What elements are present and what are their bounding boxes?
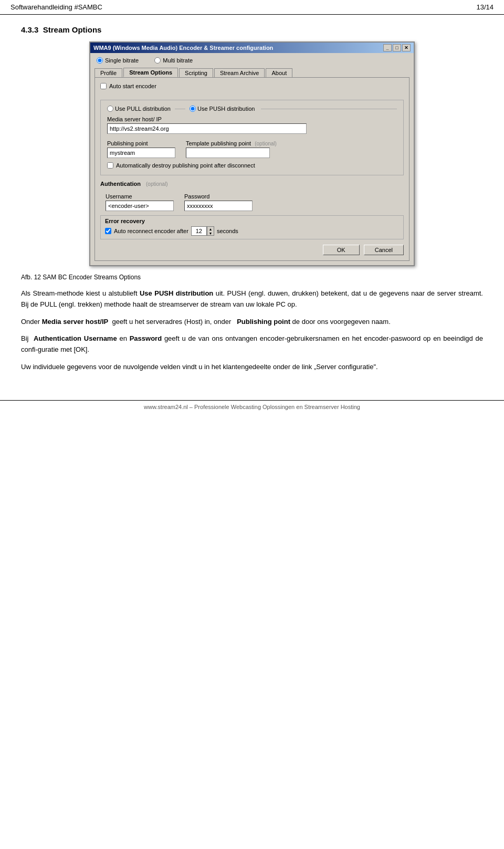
- figure-caption: Afb. 12 SAM BC Encoder Streams Options: [21, 274, 483, 281]
- dialog-titlebar: WMA9 (Windows Media Audio) Encoder & Str…: [90, 43, 414, 53]
- reconnect-checkbox[interactable]: [105, 228, 111, 234]
- tab-content-stream-options: Auto start encoder Use PULL distribution: [94, 77, 410, 261]
- password-group: Password: [184, 190, 253, 211]
- auth-optional: (optional): [146, 181, 168, 187]
- reconnect-label: Auto reconnect encoder after: [114, 228, 188, 234]
- titlebar-buttons: _ □ ✕: [383, 44, 411, 51]
- single-bitrate-label: Single bitrate: [105, 57, 139, 64]
- pull-distribution-option[interactable]: Use PULL distribution: [107, 106, 171, 112]
- auto-destroy-label: Automatically destroy publishing point a…: [116, 162, 255, 169]
- tabs-row: Profile Stream Options Scripting Stream …: [94, 68, 410, 77]
- username-input[interactable]: [106, 201, 174, 211]
- media-server-input[interactable]: [107, 123, 307, 134]
- auto-destroy-row: Automatically destroy publishing point a…: [107, 162, 397, 169]
- media-server-bold: Media server host/IP: [42, 318, 108, 326]
- publishing-point-label: Publishing point: [107, 140, 175, 146]
- close-button[interactable]: ✕: [402, 44, 411, 51]
- push-radio[interactable]: [190, 106, 196, 112]
- page-number: 13/14: [476, 3, 494, 11]
- paragraph-4: Uw individuele gegevens voor de nuvolgen…: [21, 362, 483, 373]
- tab-about[interactable]: About: [266, 68, 292, 77]
- template-label: Template publishing point (optional): [186, 140, 277, 146]
- multi-bitrate-label: Multi bitrate: [163, 57, 193, 64]
- tab-scripting[interactable]: Scripting: [179, 68, 213, 77]
- username-group: Username: [106, 190, 174, 211]
- publishing-point-group: Publishing point: [107, 137, 175, 158]
- reconnect-row: Auto reconnect encoder after ▲ ▼ seconds: [105, 226, 399, 236]
- auto-start-row: Auto start encoder: [100, 83, 404, 89]
- section-heading: 4.3.3 Stream Options: [21, 25, 483, 34]
- auth-username-bold: Authentication Username: [34, 334, 117, 342]
- bitrate-radio-row: Single bitrate Multi bitrate: [94, 57, 410, 64]
- seconds-input[interactable]: [191, 226, 207, 236]
- publishing-point-input[interactable]: [107, 148, 175, 158]
- error-recovery-title: Error recovery: [105, 218, 399, 224]
- spinner-down[interactable]: ▼: [207, 231, 214, 235]
- dialog-window: WMA9 (Windows Media Audio) Encoder & Str…: [89, 41, 415, 266]
- media-server-label: Media server host/ IP: [107, 116, 397, 122]
- push-label: Use PUSH distribution: [197, 106, 255, 112]
- push-distribution-option[interactable]: Use PUSH distribution: [190, 106, 255, 112]
- dialog-body: Single bitrate Multi bitrate Profile Str…: [90, 53, 414, 265]
- pull-radio[interactable]: [107, 106, 113, 112]
- auth-fields: Username Password: [100, 190, 404, 211]
- distribution-group: Use PULL distribution Use PUSH distribut…: [100, 100, 404, 175]
- tab-stream-archive[interactable]: Stream Archive: [214, 68, 265, 77]
- spinner-up[interactable]: ▲: [207, 227, 214, 231]
- multi-bitrate-option[interactable]: Multi bitrate: [154, 57, 193, 64]
- publishing-bold: Publishing point: [237, 318, 290, 326]
- publishing-fields-row: Publishing point Template publishing poi…: [107, 137, 397, 158]
- ok-button[interactable]: OK: [323, 245, 360, 255]
- seconds-spinner: ▲ ▼: [191, 226, 214, 236]
- template-publishing-group: Template publishing point (optional): [186, 137, 277, 158]
- main-content: 4.3.3 Stream Options WMA9 (Windows Media…: [0, 20, 504, 390]
- paragraph-3: Bij Authentication Username en Password …: [21, 333, 483, 355]
- dialog-title: WMA9 (Windows Media Audio) Encoder & Str…: [93, 45, 273, 51]
- push-bold: Use PUSH distribution: [140, 289, 213, 297]
- single-bitrate-option[interactable]: Single bitrate: [97, 57, 139, 64]
- password-label: Password: [184, 193, 253, 200]
- auto-destroy-checkbox[interactable]: [107, 162, 113, 169]
- restore-button[interactable]: □: [393, 44, 401, 51]
- auth-title: Authentication: [100, 181, 141, 187]
- password-input[interactable]: [184, 201, 253, 211]
- multi-bitrate-radio[interactable]: [154, 57, 161, 64]
- dist-line-left: [175, 109, 185, 109]
- tab-stream-options[interactable]: Stream Options: [123, 68, 178, 77]
- spinner-arrows: ▲ ▼: [207, 226, 214, 236]
- minimize-button[interactable]: _: [383, 44, 392, 51]
- tab-profile[interactable]: Profile: [94, 68, 122, 77]
- error-recovery-section: Error recovery Auto reconnect encoder af…: [100, 215, 404, 239]
- paragraph-1: Als Stream-methode kiest u alstublieft U…: [21, 288, 483, 310]
- dialog-wrapper: WMA9 (Windows Media Audio) Encoder & Str…: [21, 41, 483, 266]
- template-optional: (optional): [255, 141, 277, 146]
- auto-start-label: Auto start encoder: [109, 83, 156, 89]
- distribution-legend: Use PULL distribution Use PUSH distribut…: [107, 106, 397, 112]
- username-label: Username: [106, 193, 174, 200]
- cancel-button[interactable]: Cancel: [364, 245, 404, 255]
- auth-password-bold: Password: [130, 334, 162, 342]
- paragraph-2: Onder Media server host/IP geeft u het s…: [21, 317, 483, 328]
- auth-header: Authentication (optional): [100, 181, 404, 187]
- single-bitrate-radio[interactable]: [97, 57, 103, 64]
- page-header: Softwarehandleiding #SAMBC 13/14: [0, 0, 504, 15]
- template-input[interactable]: [186, 148, 270, 158]
- authentication-section: Authentication (optional) Username Passw…: [100, 181, 404, 211]
- footer-text: www.stream24.nl – Professionele Webcasti…: [144, 404, 360, 410]
- dist-line-right: [261, 109, 397, 109]
- page-footer: www.stream24.nl – Professionele Webcasti…: [0, 400, 504, 413]
- pull-label: Use PULL distribution: [115, 106, 171, 112]
- document-title: Softwarehandleiding #SAMBC: [10, 3, 102, 11]
- auto-start-checkbox[interactable]: [100, 83, 107, 89]
- dialog-buttons: OK Cancel: [100, 245, 404, 255]
- seconds-suffix: seconds: [217, 228, 238, 234]
